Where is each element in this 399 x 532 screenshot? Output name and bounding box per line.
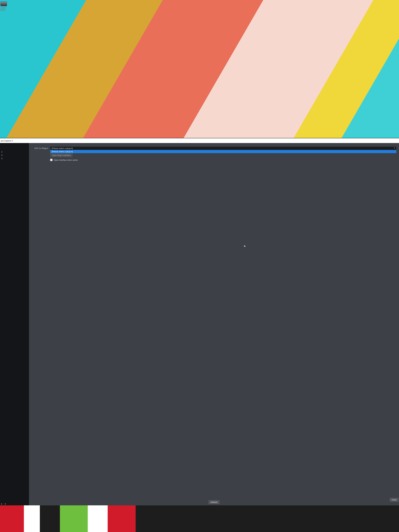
filter-list[interactable]: 2 3 4 [0,143,29,505]
properties-panel: VST 2.x Plug-in {Please select a plug-in… [29,143,399,505]
list-item[interactable]: 3 [0,153,29,157]
desktop-file-label-line1: -10-07 [0,6,7,9]
window-titlebar[interactable]: put Capture 2' [0,138,399,143]
open-when-active-label: Open interface when active [54,159,78,161]
physical-deskmat [0,505,399,532]
open-when-active-checkbox[interactable] [50,159,52,161]
list-item[interactable]: 4 [0,157,29,160]
plugin-field-label: VST 2.x Plug-in [32,147,48,149]
video-thumbnail-icon [0,2,7,6]
defaults-button[interactable]: Defaults [209,500,219,504]
plugin-option-placeholder[interactable]: {Please select a plug-in} [50,150,396,153]
list-reorder-arrows-icon[interactable]: ∧ ∨ [1,503,7,505]
list-item[interactable]: 2 [0,150,29,153]
plugin-select[interactable]: {Please select a plug-in} [50,146,396,150]
close-button[interactable]: Close [390,498,399,502]
desktop-wallpaper: -10-07 02-26 [0,0,399,138]
open-plugin-interface-button[interactable]: Open Plug-in Interface [50,153,73,157]
plugin-select-dropdown[interactable]: {Please select a plug-in} [50,150,396,153]
mouse-cursor-icon: ⬉ [243,244,246,248]
desktop-file-label-line2: 02-26 [0,9,7,11]
desktop-file-icon[interactable]: -10-07 02-26 [0,2,7,11]
window-title: put Capture 2' [1,139,13,142]
filter-properties-dialog: 2 3 4 VST 2.x Plug-in {Please select a p… [0,143,399,505]
